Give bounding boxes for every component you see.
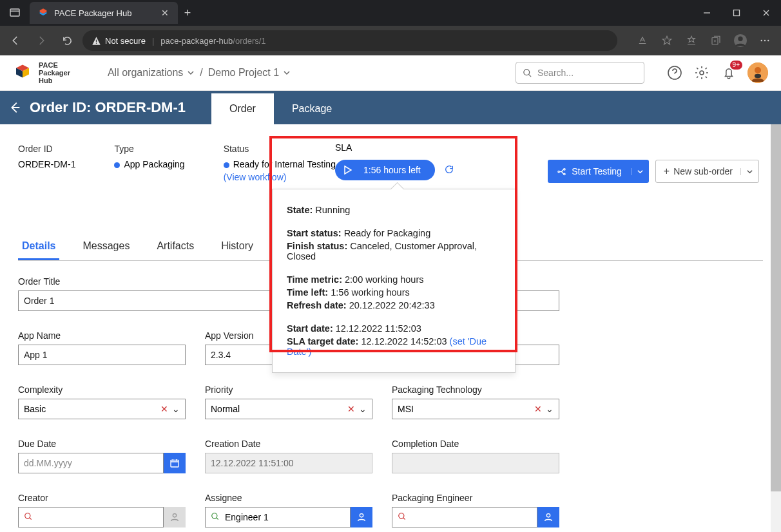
read-aloud-icon[interactable] <box>632 30 653 52</box>
window-close-icon[interactable] <box>751 0 781 26</box>
calendar-button[interactable] <box>164 453 186 473</box>
browser-tab[interactable]: PACE Packager Hub ✕ <box>30 2 178 24</box>
brand-logo[interactable]: PACEPackagerHub <box>13 61 70 84</box>
svg-point-6 <box>738 37 742 41</box>
tab-artifacts[interactable]: Artifacts <box>153 234 198 260</box>
creator-input[interactable] <box>18 507 164 527</box>
not-secure-indicator[interactable]: Not secure <box>92 36 146 46</box>
profile-icon[interactable] <box>729 30 751 52</box>
cube-icon <box>13 63 32 82</box>
svg-point-19 <box>25 513 30 518</box>
tab-order[interactable]: Order <box>211 93 274 124</box>
chevron-down-icon <box>746 168 753 175</box>
new-tab-button[interactable]: + <box>178 6 197 20</box>
sla-pill-text: 1:56 hours left <box>363 165 421 175</box>
tech-select[interactable]: MSI✕⌄ <box>392 399 559 419</box>
clear-icon[interactable]: ✕ <box>534 404 542 414</box>
help-icon[interactable] <box>666 64 683 81</box>
tab-history[interactable]: History <box>217 234 257 260</box>
new-sub-order-button[interactable]: +New sub-order <box>655 160 759 183</box>
engineer-input[interactable] <box>392 507 537 527</box>
new-sub-order-dropdown[interactable] <box>740 168 758 175</box>
nav-refresh-icon[interactable] <box>57 30 77 51</box>
start-testing-button[interactable]: Start Testing <box>548 160 649 183</box>
favorites-list-icon[interactable] <box>680 30 702 52</box>
url-input[interactable]: Not secure | pace-packager-hub/orders/1 <box>82 30 617 51</box>
search-placeholder: Search... <box>537 68 574 78</box>
priority-select[interactable]: Normal✕⌄ <box>205 399 372 419</box>
tech-label: Packaging Technology <box>392 385 559 395</box>
plus-icon: + <box>664 166 670 176</box>
svg-point-7 <box>761 40 762 41</box>
assignee-picker-button[interactable] <box>351 507 372 527</box>
complexity-select[interactable]: Basic✕⌄ <box>18 399 186 419</box>
creator-picker-button <box>164 507 186 527</box>
not-secure-label: Not secure <box>105 36 146 46</box>
scrollbar[interactable] <box>771 124 781 532</box>
browser-titlebar: PACE Packager Hub ✕ + <box>0 0 781 26</box>
page-banner: Order ID: ORDER-DM-1 Order Package <box>0 91 781 124</box>
brand-text: PACEPackagerHub <box>39 61 70 84</box>
due-date-label: Due Date <box>18 439 186 449</box>
workflow-icon <box>557 167 566 176</box>
svg-point-12 <box>700 71 704 75</box>
bell-icon[interactable]: 9+ <box>720 64 737 81</box>
favorite-icon[interactable] <box>656 30 678 52</box>
sla-pill[interactable]: 1:56 hours left <box>335 160 435 180</box>
back-button[interactable] <box>0 100 30 115</box>
collections-icon[interactable] <box>705 30 727 52</box>
svg-rect-1 <box>734 10 740 16</box>
breadcrumb-project[interactable]: Demo Project 1 <box>208 67 291 79</box>
svg-rect-0 <box>10 9 19 16</box>
status-label: Status <box>224 144 336 154</box>
chevron-down-icon <box>283 69 291 77</box>
gear-icon[interactable] <box>693 64 710 81</box>
svg-rect-2 <box>96 39 97 42</box>
priority-label: Priority <box>205 385 372 395</box>
sla-refresh-icon[interactable] <box>444 164 454 176</box>
svg-point-20 <box>173 514 176 517</box>
svg-rect-3 <box>96 43 97 43</box>
window-maximize-icon[interactable] <box>722 0 751 26</box>
svg-point-15 <box>558 171 560 173</box>
sla-label: SLA <box>335 142 352 153</box>
tab-messages[interactable]: Messages <box>79 234 133 260</box>
tab-package[interactable]: Package <box>274 93 350 124</box>
due-date-input[interactable]: dd.MM.yyyy <box>18 453 164 473</box>
view-workflow-link[interactable]: (View workflow) <box>224 172 336 182</box>
svg-point-16 <box>564 168 566 170</box>
nav-back-icon[interactable] <box>5 30 26 51</box>
breadcrumb: All organizations / Demo Project 1 <box>108 67 291 79</box>
clear-icon[interactable]: ✕ <box>160 404 168 414</box>
notification-badge: 9+ <box>730 61 742 70</box>
search-icon <box>523 68 532 78</box>
app-name-input[interactable]: App 1 <box>18 345 186 365</box>
svg-point-23 <box>399 513 404 518</box>
search-input[interactable]: Search... <box>516 62 644 84</box>
breadcrumb-org[interactable]: All organizations <box>108 67 195 79</box>
clear-icon[interactable]: ✕ <box>347 404 355 414</box>
creation-date-input: 12.12.2022 11:51:00 <box>205 453 372 473</box>
status-dot-icon <box>114 162 120 168</box>
svg-point-21 <box>212 513 217 518</box>
chevron-down-icon: ⌄ <box>172 404 180 414</box>
engineer-picker-button[interactable] <box>537 507 559 527</box>
user-avatar[interactable] <box>747 62 768 83</box>
tab-details[interactable]: Details <box>18 234 59 260</box>
svg-point-14 <box>755 67 761 73</box>
page-title: Order ID: ORDER-DM-1 <box>30 99 186 116</box>
tab-close-icon[interactable]: ✕ <box>160 8 170 18</box>
start-testing-dropdown[interactable] <box>631 168 649 175</box>
assignee-input[interactable]: Engineer 1 <box>205 507 351 527</box>
type-value: App Packaging <box>114 159 184 169</box>
engineer-label: Packaging Engineer <box>392 493 559 503</box>
tab-overview-button[interactable] <box>4 2 26 24</box>
creator-label: Creator <box>18 493 186 503</box>
svg-point-9 <box>767 40 769 41</box>
chevron-down-icon <box>187 69 195 77</box>
svg-point-22 <box>360 514 363 517</box>
window-minimize-icon[interactable] <box>692 0 722 26</box>
browser-menu-icon[interactable] <box>754 30 776 52</box>
chevron-down-icon <box>637 168 644 175</box>
status-value: Ready for Internal Testing <box>224 159 336 169</box>
